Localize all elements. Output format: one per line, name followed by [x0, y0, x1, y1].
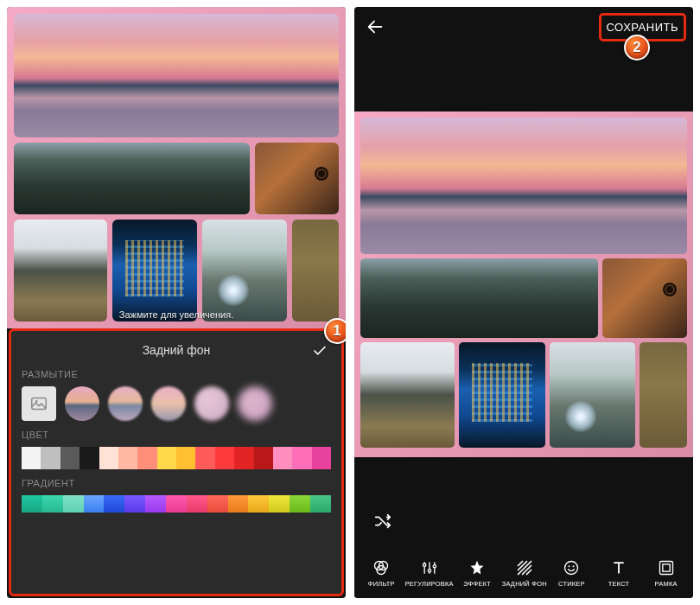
color-swatch[interactable] [137, 447, 156, 469]
tool-label: РЕГУЛИРОВКА [405, 580, 454, 588]
color-swatch[interactable] [312, 447, 331, 469]
collage-tile[interactable] [255, 143, 339, 215]
tutorial-marker-2: 2 [624, 35, 650, 60]
gradient-swatch[interactable] [22, 495, 42, 513]
color-swatch[interactable] [157, 447, 176, 469]
color-swatch[interactable] [234, 447, 253, 469]
color-swatch[interactable] [254, 447, 273, 469]
collage-tile[interactable] [112, 220, 197, 322]
color-swatch[interactable] [176, 447, 195, 469]
tutorial-container: Зажмите для увеличения. 1 Задний фон РАЗ… [0, 0, 700, 605]
collage-tile[interactable] [360, 118, 687, 254]
color-swatch[interactable] [22, 447, 41, 469]
color-swatch[interactable] [273, 447, 292, 469]
svg-rect-12 [662, 564, 669, 571]
effect-icon [468, 558, 487, 577]
tool-sticker[interactable]: СТИКЕР [548, 558, 595, 588]
collage-tile[interactable] [602, 258, 687, 338]
filter-icon [372, 558, 391, 577]
blur-option[interactable] [151, 386, 186, 421]
adjust-icon [420, 558, 439, 577]
arrow-left-icon [366, 17, 385, 36]
collage-tile[interactable] [14, 143, 250, 215]
gradient-swatch[interactable] [166, 495, 187, 513]
color-swatch[interactable] [292, 447, 311, 469]
tool-label: РАМКА [655, 580, 678, 588]
tool-text[interactable]: ТЕКСТ [595, 558, 643, 588]
image-icon [29, 394, 48, 413]
confirm-button[interactable] [312, 343, 328, 361]
background-panel: 1 Задний фон РАЗМЫТИЕ ЦВЕТ ГРАДИЕНТ [9, 328, 344, 596]
screen-right: СОХРАНИТЬ 2 ФИЛЬТРРЕГУЛИРОВКАЭФФЕКТЗАДНИ… [354, 7, 693, 598]
svg-point-9 [569, 565, 570, 567]
shuffle-icon [373, 512, 392, 531]
gradient-swatch[interactable] [269, 495, 290, 513]
svg-rect-11 [659, 562, 672, 575]
shuffle-button[interactable] [370, 508, 396, 534]
sticker-icon [562, 558, 581, 577]
svg-point-6 [428, 570, 430, 572]
panel-title: Задний фон [22, 343, 331, 357]
collage-tile[interactable] [640, 342, 687, 448]
tool-label: ФИЛЬТР [368, 580, 395, 588]
section-label-color: ЦВЕТ [22, 430, 331, 440]
gradient-swatch[interactable] [187, 495, 207, 513]
tool-adjust[interactable]: РЕГУЛИРОВКА [405, 558, 454, 588]
tool-filter[interactable]: ФИЛЬТР [358, 558, 405, 588]
color-swatch[interactable] [80, 447, 99, 469]
collage-canvas[interactable]: Зажмите для увеличения. [7, 7, 346, 328]
blur-option[interactable] [108, 386, 143, 421]
collage-tile[interactable] [202, 220, 287, 322]
svg-point-10 [573, 565, 575, 567]
collage-tile[interactable] [360, 342, 455, 448]
color-swatch[interactable] [60, 447, 80, 469]
gradient-swatch[interactable] [84, 495, 105, 513]
tool-effect[interactable]: ЭФФЕКТ [454, 558, 501, 588]
gradient-swatch[interactable] [248, 495, 269, 513]
gradient-swatch[interactable] [104, 495, 124, 513]
gradient-swatch[interactable] [124, 495, 145, 513]
color-swatches [22, 447, 331, 469]
svg-point-7 [433, 565, 436, 568]
collage-tile[interactable] [14, 14, 339, 137]
frame-icon [657, 558, 676, 577]
back-button[interactable] [361, 13, 389, 41]
color-swatch[interactable] [118, 447, 137, 469]
gradient-swatch[interactable] [207, 495, 228, 513]
gradient-swatch[interactable] [42, 495, 63, 513]
color-swatch[interactable] [195, 447, 214, 469]
tool-label: ЭФФЕКТ [463, 580, 491, 588]
tutorial-marker-1: 1 [324, 318, 346, 344]
blur-option[interactable] [238, 386, 272, 421]
svg-rect-0 [32, 398, 47, 410]
tool-frame[interactable]: РАМКА [642, 558, 690, 588]
gradient-swatch[interactable] [145, 495, 166, 513]
color-swatch[interactable] [99, 447, 118, 469]
tool-label: ЗАДНИЙ ФОН [502, 580, 547, 588]
gradient-swatch[interactable] [63, 495, 84, 513]
tool-label: СТИКЕР [558, 580, 585, 588]
blur-option[interactable] [65, 386, 99, 421]
collage-preview[interactable] [354, 111, 693, 457]
svg-point-5 [423, 564, 425, 566]
svg-point-8 [565, 562, 578, 575]
color-swatch[interactable] [215, 447, 234, 469]
gradient-swatch[interactable] [228, 495, 249, 513]
text-icon [609, 558, 628, 577]
tool-label: ТЕКСТ [608, 580, 630, 588]
blur-option[interactable] [194, 386, 229, 421]
gradient-swatch[interactable] [310, 495, 331, 513]
blur-options [22, 386, 331, 421]
tool-background[interactable]: ЗАДНИЙ ФОН [500, 558, 548, 588]
color-swatch[interactable] [41, 447, 60, 469]
gradient-swatches [22, 495, 331, 513]
section-label-gradient: ГРАДИЕНТ [22, 478, 331, 488]
blur-image-button[interactable] [22, 386, 56, 421]
collage-tile[interactable] [360, 258, 598, 338]
collage-tile[interactable] [550, 342, 635, 448]
collage-tile[interactable] [292, 220, 339, 322]
bottom-toolbar: ФИЛЬТРРЕГУЛИРОВКАЭФФЕКТЗАДНИЙ ФОНСТИКЕРТ… [354, 548, 693, 598]
collage-tile[interactable] [459, 342, 544, 448]
gradient-swatch[interactable] [290, 495, 310, 513]
collage-tile[interactable] [14, 220, 107, 322]
